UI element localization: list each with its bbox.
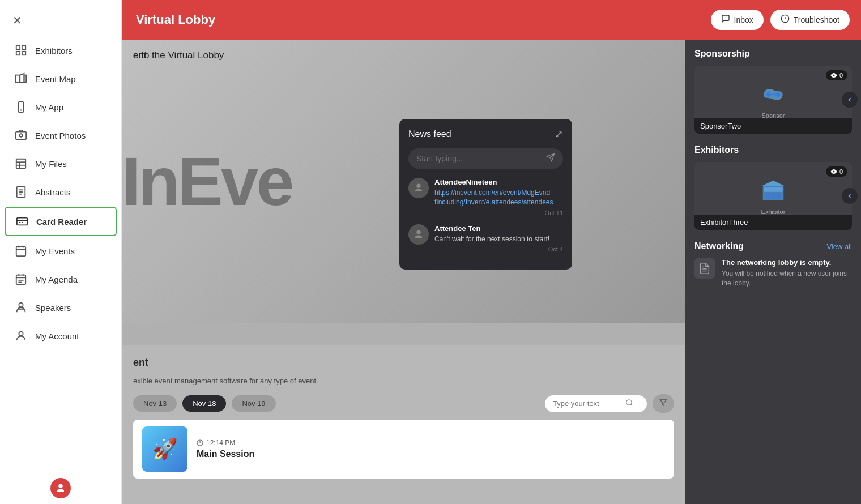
sidebar-item-label-card-reader: Card Reader [36,217,87,227]
close-button[interactable]: ✕ [7,10,27,31]
search-input-row[interactable] [545,395,647,412]
date-tab-nov19[interactable]: Nov 19 [232,395,275,412]
news-feed-header: News feed ⤢ [408,128,563,140]
svg-rect-45 [766,193,770,199]
sidebar-item-label-my-app: My App [35,102,63,112]
svg-rect-46 [772,193,775,199]
date-tabs-row: Nov 13 Nov 18 Nov 19 [133,395,276,412]
sidebar-item-my-agenda[interactable]: My Agenda [5,266,117,293]
svg-rect-3 [22,52,25,55]
svg-rect-1 [22,46,25,49]
news-avatar-2 [408,224,429,245]
sponsor-views: 0 [826,70,847,80]
event-desc: exible event management software for any… [133,377,674,385]
event-title-row: ent [133,357,674,372]
main-content: InEve ent e to the Virtual Lobby News fe… [122,40,861,504]
svg-marker-5 [20,74,24,83]
news-feed-title: News feed [408,129,451,139]
svg-rect-27 [16,275,26,285]
sidebar-item-exhibitors[interactable]: Exhibitors [5,37,117,64]
session-time: 12:14 PM [197,439,254,447]
my-events-icon [15,245,27,257]
sidebar-item-my-events[interactable]: My Events [5,237,117,264]
exhibitor-nav-button[interactable] [842,188,858,204]
svg-point-48 [833,171,834,173]
networking-icon [694,258,715,279]
networking-empty-desc: You will be notified when a new user joi… [722,269,852,288]
sponsor-nav-button[interactable] [842,92,858,108]
abstracts-icon [15,186,27,198]
header-title: Virtual Lobby [136,12,215,27]
sponsorship-title: Sponsorship [694,49,852,59]
sponsor-card[interactable]: Sponsor 0 SponsorTwo [694,66,852,134]
news-message-2: Can't wait for the next session to start… [434,234,563,244]
news-feed-input-row[interactable] [408,148,563,169]
search-row [545,394,674,413]
sidebar-item-abstracts[interactable]: Abstracts [5,178,117,206]
inbox-label: Inbox [734,15,753,24]
user-avatar[interactable] [50,478,71,498]
sidebar-item-speakers[interactable]: Speakers [5,294,117,321]
exhibitor-views: 0 [826,166,847,177]
welcome-banner-text: e to the Virtual Lobby [133,50,224,61]
news-content-1: AttendeeNineteen https://inevent.com/en/… [434,178,563,216]
sidebar-item-label-my-agenda: My Agenda [35,275,78,284]
news-item-2: Attendee Ten Can't wait for the next ses… [408,224,563,253]
svg-rect-19 [17,218,27,225]
sidebar-item-my-app[interactable]: My App [5,93,117,121]
exhibitors-icon [15,44,27,57]
svg-marker-53 [660,400,667,406]
svg-rect-44 [764,187,782,191]
news-message-1: https://inevent.com/en/event/MdgEvndfInc… [434,188,563,207]
sidebar: ✕ Exhibitors Event Map My App [0,0,122,504]
date-tab-nov18[interactable]: Nov 18 [182,395,226,412]
svg-rect-6 [24,75,27,83]
svg-point-33 [19,303,23,307]
news-author-2: Attendee Ten [434,224,563,233]
send-icon[interactable] [546,153,555,164]
header: Virtual Lobby Inbox Troubleshoot [0,0,861,40]
troubleshoot-label: Troubleshoot [794,15,839,24]
news-date-2: Oct 4 [434,246,563,253]
networking-text: The networking lobby is empty. You will … [722,258,852,288]
sponsor-card-wrapper: Sponsor 0 SponsorTwo 1 [694,66,852,134]
news-feed-input[interactable] [416,154,542,163]
date-and-search-row: Nov 13 Nov 18 Nov 19 [133,394,674,413]
event-map-icon [15,72,27,85]
my-account-icon [15,330,27,342]
networking-empty-title: The networking lobby is empty. [722,258,852,267]
view-all-link[interactable]: View all [826,242,852,251]
sidebar-item-label-my-events: My Events [35,246,75,256]
sidebar-item-card-reader[interactable]: Card Reader [5,207,117,236]
sidebar-item-event-map[interactable]: Event Map [5,65,117,92]
inbox-icon [721,14,730,25]
news-date-1: Oct 11 [434,210,563,216]
bg-logo-text: InEve [122,142,292,220]
svg-rect-47 [777,193,781,199]
filter-button[interactable] [653,394,674,413]
news-feed-expand-icon[interactable]: ⤢ [555,128,563,140]
svg-rect-7 [18,102,23,112]
session-card[interactable]: 🚀 12:14 PM Main Session [133,420,674,479]
search-icon [625,399,633,409]
sidebar-item-my-files[interactable]: My Files [5,150,117,177]
session-info: 12:14 PM Main Session [197,439,254,459]
session-name: Main Session [197,449,254,459]
sidebar-item-event-photos[interactable]: Event Photos [5,122,117,149]
svg-point-10 [19,134,23,137]
svg-point-34 [19,332,23,336]
exhibitor-card[interactable]: Exhibitor 0 ExhibitorThree [694,162,852,230]
my-app-icon [15,101,27,113]
search-input[interactable] [553,399,621,408]
date-tab-nov13[interactable]: Nov 13 [133,395,177,412]
event-photos-icon [15,129,27,142]
svg-line-52 [631,404,633,405]
troubleshoot-button[interactable]: Troubleshoot [770,10,850,30]
news-feed-panel: News feed ⤢ AttendeeNineteen https://ine… [399,119,572,270]
news-author-1: AttendeeNineteen [434,178,563,186]
inbox-button[interactable]: Inbox [711,10,764,30]
networking-content: The networking lobby is empty. You will … [694,258,852,288]
bottom-area: ent exible event management software for… [122,345,685,504]
sidebar-item-my-account[interactable]: My Account [5,322,117,349]
my-agenda-icon [15,273,27,285]
